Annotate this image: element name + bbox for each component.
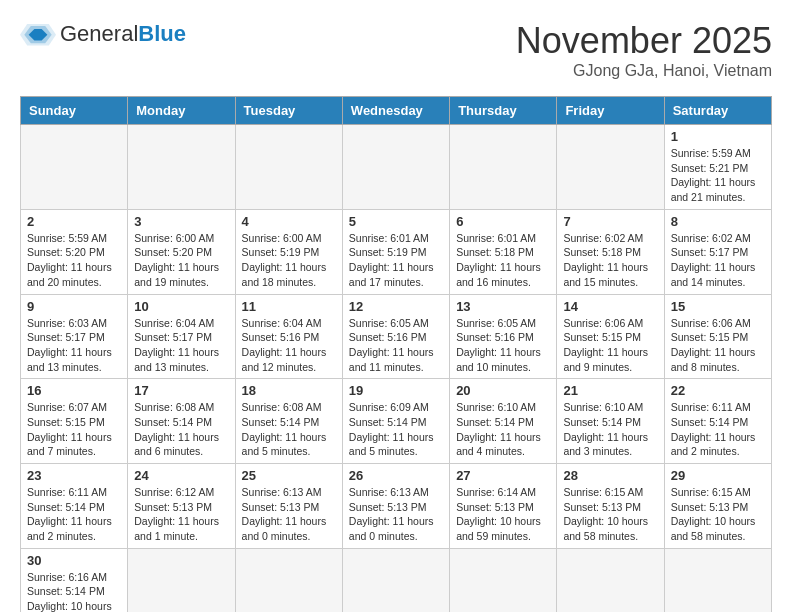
day-info: Sunrise: 6:01 AM Sunset: 5:19 PM Dayligh… <box>349 231 443 290</box>
day-number: 8 <box>671 214 765 229</box>
day-number: 16 <box>27 383 121 398</box>
day-number: 11 <box>242 299 336 314</box>
calendar-day-cell: 11Sunrise: 6:04 AM Sunset: 5:16 PM Dayli… <box>235 294 342 379</box>
day-info: Sunrise: 6:11 AM Sunset: 5:14 PM Dayligh… <box>671 400 765 459</box>
logo-text: GeneralBlue <box>60 21 186 47</box>
calendar-table: SundayMondayTuesdayWednesdayThursdayFrid… <box>20 96 772 612</box>
day-info: Sunrise: 6:02 AM Sunset: 5:18 PM Dayligh… <box>563 231 657 290</box>
calendar-day-cell: 12Sunrise: 6:05 AM Sunset: 5:16 PM Dayli… <box>342 294 449 379</box>
calendar-day-cell: 4Sunrise: 6:00 AM Sunset: 5:19 PM Daylig… <box>235 209 342 294</box>
calendar-day-cell: 8Sunrise: 6:02 AM Sunset: 5:17 PM Daylig… <box>664 209 771 294</box>
day-number: 20 <box>456 383 550 398</box>
calendar-week-3: 9Sunrise: 6:03 AM Sunset: 5:17 PM Daylig… <box>21 294 772 379</box>
calendar-week-4: 16Sunrise: 6:07 AM Sunset: 5:15 PM Dayli… <box>21 379 772 464</box>
calendar-day-cell <box>128 125 235 210</box>
day-number: 26 <box>349 468 443 483</box>
day-info: Sunrise: 6:12 AM Sunset: 5:13 PM Dayligh… <box>134 485 228 544</box>
calendar-week-1: 1Sunrise: 5:59 AM Sunset: 5:21 PM Daylig… <box>21 125 772 210</box>
day-info: Sunrise: 6:04 AM Sunset: 5:17 PM Dayligh… <box>134 316 228 375</box>
day-number: 23 <box>27 468 121 483</box>
day-info: Sunrise: 6:04 AM Sunset: 5:16 PM Dayligh… <box>242 316 336 375</box>
calendar-day-cell: 27Sunrise: 6:14 AM Sunset: 5:13 PM Dayli… <box>450 464 557 549</box>
day-info: Sunrise: 6:05 AM Sunset: 5:16 PM Dayligh… <box>456 316 550 375</box>
day-number: 27 <box>456 468 550 483</box>
day-info: Sunrise: 6:11 AM Sunset: 5:14 PM Dayligh… <box>27 485 121 544</box>
calendar-day-cell: 6Sunrise: 6:01 AM Sunset: 5:18 PM Daylig… <box>450 209 557 294</box>
weekday-header-wednesday: Wednesday <box>342 97 449 125</box>
day-number: 24 <box>134 468 228 483</box>
day-number: 19 <box>349 383 443 398</box>
calendar-day-cell <box>342 548 449 612</box>
calendar-day-cell: 3Sunrise: 6:00 AM Sunset: 5:20 PM Daylig… <box>128 209 235 294</box>
weekday-header-sunday: Sunday <box>21 97 128 125</box>
calendar-day-cell: 20Sunrise: 6:10 AM Sunset: 5:14 PM Dayli… <box>450 379 557 464</box>
calendar-day-cell: 18Sunrise: 6:08 AM Sunset: 5:14 PM Dayli… <box>235 379 342 464</box>
calendar-day-cell: 21Sunrise: 6:10 AM Sunset: 5:14 PM Dayli… <box>557 379 664 464</box>
location-text: GJong GJa, Hanoi, Vietnam <box>516 62 772 80</box>
calendar-day-cell <box>342 125 449 210</box>
day-info: Sunrise: 6:15 AM Sunset: 5:13 PM Dayligh… <box>671 485 765 544</box>
day-number: 2 <box>27 214 121 229</box>
logo: GeneralBlue <box>20 20 186 48</box>
calendar-day-cell: 2Sunrise: 5:59 AM Sunset: 5:20 PM Daylig… <box>21 209 128 294</box>
calendar-day-cell: 28Sunrise: 6:15 AM Sunset: 5:13 PM Dayli… <box>557 464 664 549</box>
day-info: Sunrise: 6:07 AM Sunset: 5:15 PM Dayligh… <box>27 400 121 459</box>
day-number: 15 <box>671 299 765 314</box>
calendar-day-cell <box>664 548 771 612</box>
day-number: 1 <box>671 129 765 144</box>
day-info: Sunrise: 6:14 AM Sunset: 5:13 PM Dayligh… <box>456 485 550 544</box>
calendar-day-cell: 24Sunrise: 6:12 AM Sunset: 5:13 PM Dayli… <box>128 464 235 549</box>
day-number: 18 <box>242 383 336 398</box>
day-info: Sunrise: 6:00 AM Sunset: 5:19 PM Dayligh… <box>242 231 336 290</box>
day-info: Sunrise: 6:13 AM Sunset: 5:13 PM Dayligh… <box>349 485 443 544</box>
day-number: 10 <box>134 299 228 314</box>
calendar-day-cell <box>450 548 557 612</box>
calendar-day-cell: 15Sunrise: 6:06 AM Sunset: 5:15 PM Dayli… <box>664 294 771 379</box>
calendar-day-cell: 19Sunrise: 6:09 AM Sunset: 5:14 PM Dayli… <box>342 379 449 464</box>
calendar-day-cell <box>557 125 664 210</box>
weekday-header-thursday: Thursday <box>450 97 557 125</box>
day-info: Sunrise: 6:01 AM Sunset: 5:18 PM Dayligh… <box>456 231 550 290</box>
month-title: November 2025 <box>516 20 772 62</box>
calendar-day-cell <box>557 548 664 612</box>
general-blue-icon <box>20 20 56 48</box>
calendar-day-cell <box>235 548 342 612</box>
day-number: 29 <box>671 468 765 483</box>
day-info: Sunrise: 6:03 AM Sunset: 5:17 PM Dayligh… <box>27 316 121 375</box>
day-info: Sunrise: 6:06 AM Sunset: 5:15 PM Dayligh… <box>671 316 765 375</box>
calendar-day-cell: 1Sunrise: 5:59 AM Sunset: 5:21 PM Daylig… <box>664 125 771 210</box>
page-header: GeneralBlue November 2025 GJong GJa, Han… <box>20 20 772 80</box>
day-number: 13 <box>456 299 550 314</box>
day-info: Sunrise: 6:02 AM Sunset: 5:17 PM Dayligh… <box>671 231 765 290</box>
calendar-day-cell: 10Sunrise: 6:04 AM Sunset: 5:17 PM Dayli… <box>128 294 235 379</box>
calendar-day-cell: 16Sunrise: 6:07 AM Sunset: 5:15 PM Dayli… <box>21 379 128 464</box>
calendar-day-cell: 9Sunrise: 6:03 AM Sunset: 5:17 PM Daylig… <box>21 294 128 379</box>
day-info: Sunrise: 5:59 AM Sunset: 5:21 PM Dayligh… <box>671 146 765 205</box>
calendar-day-cell <box>21 125 128 210</box>
day-number: 4 <box>242 214 336 229</box>
calendar-day-cell: 13Sunrise: 6:05 AM Sunset: 5:16 PM Dayli… <box>450 294 557 379</box>
day-number: 12 <box>349 299 443 314</box>
calendar-day-cell: 14Sunrise: 6:06 AM Sunset: 5:15 PM Dayli… <box>557 294 664 379</box>
calendar-week-5: 23Sunrise: 6:11 AM Sunset: 5:14 PM Dayli… <box>21 464 772 549</box>
day-number: 21 <box>563 383 657 398</box>
calendar-day-cell <box>450 125 557 210</box>
day-info: Sunrise: 6:15 AM Sunset: 5:13 PM Dayligh… <box>563 485 657 544</box>
day-number: 17 <box>134 383 228 398</box>
day-number: 22 <box>671 383 765 398</box>
calendar-day-cell: 17Sunrise: 6:08 AM Sunset: 5:14 PM Dayli… <box>128 379 235 464</box>
day-number: 28 <box>563 468 657 483</box>
weekday-header-saturday: Saturday <box>664 97 771 125</box>
weekday-header-tuesday: Tuesday <box>235 97 342 125</box>
calendar-day-cell: 22Sunrise: 6:11 AM Sunset: 5:14 PM Dayli… <box>664 379 771 464</box>
day-info: Sunrise: 6:10 AM Sunset: 5:14 PM Dayligh… <box>563 400 657 459</box>
weekday-header-row: SundayMondayTuesdayWednesdayThursdayFrid… <box>21 97 772 125</box>
calendar-day-cell: 5Sunrise: 6:01 AM Sunset: 5:19 PM Daylig… <box>342 209 449 294</box>
day-info: Sunrise: 6:16 AM Sunset: 5:14 PM Dayligh… <box>27 570 121 612</box>
day-info: Sunrise: 6:10 AM Sunset: 5:14 PM Dayligh… <box>456 400 550 459</box>
calendar-day-cell: 30Sunrise: 6:16 AM Sunset: 5:14 PM Dayli… <box>21 548 128 612</box>
day-info: Sunrise: 6:06 AM Sunset: 5:15 PM Dayligh… <box>563 316 657 375</box>
day-number: 30 <box>27 553 121 568</box>
weekday-header-friday: Friday <box>557 97 664 125</box>
day-info: Sunrise: 6:00 AM Sunset: 5:20 PM Dayligh… <box>134 231 228 290</box>
